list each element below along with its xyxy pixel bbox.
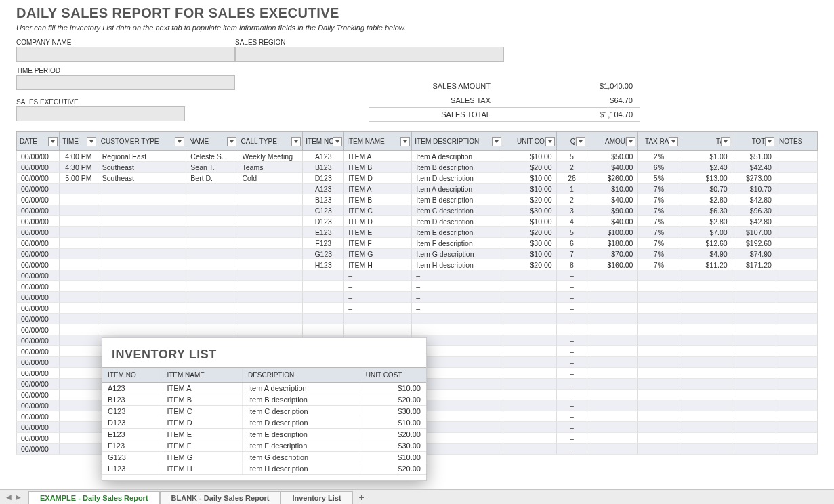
table-row[interactable]: 00/00/00C123ITEM CItem C description$30.…	[17, 205, 818, 216]
filter-icon[interactable]	[400, 137, 410, 146]
cell-date[interactable]: 00/00/00	[17, 368, 60, 379]
cell-total[interactable]	[732, 314, 776, 324]
cell-unit[interactable]	[503, 270, 556, 281]
inv-col-desc[interactable]: DESCRIPTION	[242, 368, 360, 383]
cell-date[interactable]: 00/00/00	[17, 335, 60, 346]
cell-time[interactable]	[60, 270, 98, 281]
cell-amount[interactable]: $40.00	[587, 216, 638, 227]
cell-unit[interactable]	[503, 281, 556, 292]
inv-cell-cost[interactable]: $20.00	[360, 463, 426, 475]
cell-notes[interactable]	[776, 270, 817, 281]
cell-tax[interactable]	[680, 390, 732, 400]
cell-rate[interactable]	[638, 400, 680, 411]
cell-qty[interactable]: 6	[556, 238, 587, 249]
cell-total[interactable]	[732, 335, 776, 346]
cell-rate[interactable]	[638, 357, 680, 368]
table-row[interactable]: 00/00/00D123ITEM DItem D description$10.…	[17, 216, 818, 227]
table-row[interactable]: 00/00/00–––	[17, 303, 818, 314]
inv-cell-name[interactable]: ITEM G	[161, 452, 243, 463]
cell-qty[interactable]: –	[556, 292, 587, 303]
cell-rate[interactable]: 6%	[638, 162, 680, 173]
cell-rate[interactable]	[638, 281, 680, 292]
cell-tax[interactable]	[680, 303, 732, 314]
cell-rate[interactable]: 7%	[638, 216, 680, 227]
cell-unit[interactable]	[503, 379, 556, 390]
inv-row[interactable]: G123ITEM GItem G description$10.00	[102, 452, 426, 463]
table-row[interactable]: 00/00/00–––	[17, 292, 818, 303]
cell-customer[interactable]: Regional East	[98, 151, 186, 162]
cell-notes[interactable]	[776, 259, 817, 270]
cell-itemname[interactable]: ITEM D	[344, 173, 412, 184]
cell-qty[interactable]: –	[556, 270, 587, 281]
filter-icon[interactable]	[175, 137, 184, 146]
tab-example[interactable]: EXAMPLE - Daily Sales Report	[28, 491, 160, 505]
cell-customer[interactable]	[98, 324, 186, 335]
cell-unit[interactable]: $20.00	[503, 162, 556, 173]
cell-itemname[interactable]: ITEM E	[344, 227, 412, 238]
col-total[interactable]: TOTAL	[732, 132, 776, 151]
cell-itemname[interactable]: –	[344, 303, 412, 314]
cell-desc[interactable]: Item G description	[412, 249, 503, 259]
cell-qty[interactable]: –	[556, 400, 587, 411]
cell-tax[interactable]	[680, 324, 732, 335]
inv-cell-cost[interactable]: $30.00	[360, 406, 426, 417]
cell-qty[interactable]: 8	[556, 259, 587, 270]
cell-amount[interactable]	[587, 400, 638, 411]
cell-date[interactable]: 00/00/00	[17, 400, 60, 411]
inv-col-name[interactable]: ITEM NAME	[161, 368, 243, 383]
cell-date[interactable]: 00/00/00	[17, 281, 60, 292]
cell-itemno[interactable]: A123	[303, 184, 344, 194]
cell-qty[interactable]: 2	[556, 194, 587, 205]
cell-tax[interactable]: $0.70	[680, 184, 732, 194]
cell-desc[interactable]: Item A description	[412, 151, 503, 162]
cell-qty[interactable]: –	[556, 281, 587, 292]
cell-name[interactable]	[186, 238, 238, 249]
cell-time[interactable]	[60, 390, 98, 400]
cell-time[interactable]	[60, 249, 98, 259]
cell-desc[interactable]: Item C description	[412, 205, 503, 216]
inv-cell-no[interactable]: E123	[102, 429, 161, 440]
cell-name[interactable]	[186, 227, 238, 238]
cell-time[interactable]	[60, 184, 98, 194]
cell-date[interactable]: 00/00/00	[17, 238, 60, 249]
cell-date[interactable]: 00/00/00	[17, 151, 60, 162]
inv-cell-cost[interactable]: $20.00	[360, 429, 426, 440]
cell-amount[interactable]: $100.00	[587, 227, 638, 238]
cell-total[interactable]	[732, 303, 776, 314]
cell-name[interactable]	[186, 259, 238, 270]
cell-itemname[interactable]: ITEM H	[344, 259, 412, 270]
cell-notes[interactable]	[776, 227, 817, 238]
cell-itemno[interactable]: H123	[303, 259, 344, 270]
cell-time[interactable]	[60, 335, 98, 346]
table-row[interactable]: 00/00/00F123ITEM FItem F description$30.…	[17, 238, 818, 249]
cell-itemno[interactable]: D123	[303, 173, 344, 184]
cell-amount[interactable]: $10.00	[587, 184, 638, 194]
cell-itemname[interactable]: ITEM B	[344, 162, 412, 173]
cell-date[interactable]: 00/00/00	[17, 411, 60, 422]
cell-qty[interactable]: –	[556, 314, 587, 324]
inv-cell-no[interactable]: A123	[102, 383, 161, 394]
table-row[interactable]: 00/00/00G123ITEM GItem G description$10.…	[17, 249, 818, 259]
cell-date[interactable]: 00/00/00	[17, 259, 60, 270]
sales-exec-input[interactable]	[16, 106, 185, 121]
inv-cell-desc[interactable]: Item D description	[242, 417, 360, 429]
inv-cell-cost[interactable]: $30.00	[360, 440, 426, 452]
cell-qty[interactable]: –	[556, 346, 587, 357]
cell-rate[interactable]	[638, 390, 680, 400]
cell-time[interactable]: 5:00 PM	[60, 173, 98, 184]
cell-time[interactable]	[60, 205, 98, 216]
cell-desc[interactable]: Item H description	[412, 259, 503, 270]
cell-call[interactable]	[238, 184, 303, 194]
col-rate[interactable]: TAX RATE	[638, 132, 680, 151]
cell-date[interactable]: 00/00/00	[17, 249, 60, 259]
cell-tax[interactable]: $11.20	[680, 259, 732, 270]
cell-amount[interactable]	[587, 314, 638, 324]
cell-total[interactable]	[732, 270, 776, 281]
cell-total[interactable]: $171.20	[732, 259, 776, 270]
cell-rate[interactable]	[638, 314, 680, 324]
cell-customer[interactable]	[98, 249, 186, 259]
cell-name[interactable]: Bert D.	[186, 173, 238, 184]
cell-tax[interactable]	[680, 335, 732, 346]
cell-itemname[interactable]: ITEM A	[344, 184, 412, 194]
cell-amount[interactable]	[587, 324, 638, 335]
